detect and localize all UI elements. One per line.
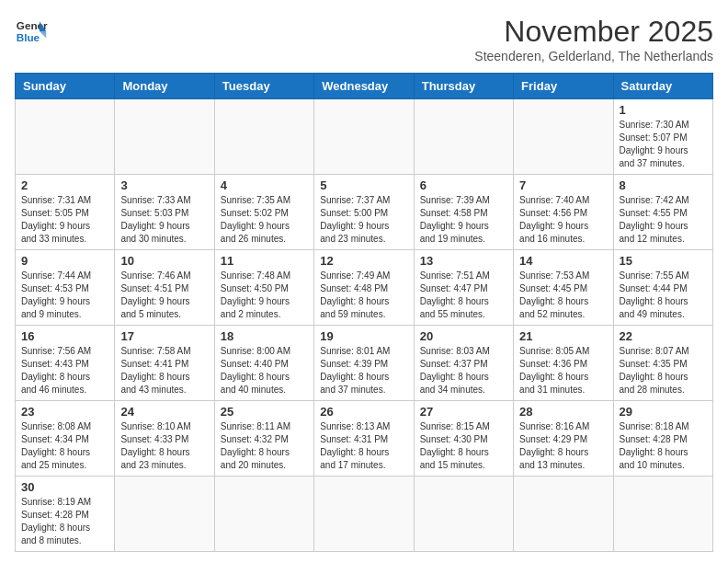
day-info: Sunrise: 7:48 AM Sunset: 4:50 PM Dayligh… xyxy=(221,270,308,321)
day-info: Sunrise: 7:31 AM Sunset: 5:05 PM Dayligh… xyxy=(21,194,108,246)
calendar-cell: 27Sunrise: 8:15 AM Sunset: 4:30 PM Dayli… xyxy=(414,401,513,477)
day-number: 27 xyxy=(420,405,507,419)
calendar-cell: 3Sunrise: 7:33 AM Sunset: 5:03 PM Daylig… xyxy=(115,175,214,250)
day-number: 11 xyxy=(221,254,308,268)
weekday-header-wednesday: Wednesday xyxy=(314,74,414,99)
day-info: Sunrise: 7:30 AM Sunset: 5:07 PM Dayligh… xyxy=(620,119,707,170)
calendar-cell xyxy=(314,99,414,175)
day-number: 4 xyxy=(221,178,308,192)
day-number: 9 xyxy=(21,254,108,268)
logo: General Blue xyxy=(15,15,48,48)
week-row-1: 1Sunrise: 7:30 AM Sunset: 5:07 PM Daylig… xyxy=(16,99,713,175)
month-title: November 2025 xyxy=(474,15,713,49)
calendar-cell xyxy=(115,477,214,552)
header: General Blue November 2025 Steenderen, G… xyxy=(15,15,713,63)
calendar-cell xyxy=(115,99,214,175)
day-number: 7 xyxy=(519,178,607,192)
day-number: 30 xyxy=(21,480,108,494)
calendar-cell: 23Sunrise: 8:08 AM Sunset: 4:34 PM Dayli… xyxy=(16,401,115,477)
day-info: Sunrise: 8:11 AM Sunset: 4:32 PM Dayligh… xyxy=(221,420,308,472)
day-info: Sunrise: 7:33 AM Sunset: 5:03 PM Dayligh… xyxy=(120,194,208,246)
week-row-2: 2Sunrise: 7:31 AM Sunset: 5:05 PM Daylig… xyxy=(16,175,713,250)
day-number: 23 xyxy=(21,405,108,419)
calendar-cell xyxy=(214,477,313,552)
day-info: Sunrise: 7:55 AM Sunset: 4:44 PM Dayligh… xyxy=(620,270,707,321)
day-number: 2 xyxy=(21,178,108,192)
day-info: Sunrise: 7:56 AM Sunset: 4:43 PM Dayligh… xyxy=(21,345,108,396)
calendar-cell: 19Sunrise: 8:01 AM Sunset: 4:39 PM Dayli… xyxy=(314,326,414,401)
title-area: November 2025 Steenderen, Gelderland, Th… xyxy=(474,15,713,63)
day-number: 18 xyxy=(221,329,308,343)
day-info: Sunrise: 7:49 AM Sunset: 4:48 PM Dayligh… xyxy=(320,270,407,321)
weekday-header-saturday: Saturday xyxy=(613,74,712,99)
calendar-cell: 24Sunrise: 8:10 AM Sunset: 4:33 PM Dayli… xyxy=(115,401,214,477)
day-info: Sunrise: 7:39 AM Sunset: 4:58 PM Dayligh… xyxy=(420,194,507,246)
day-info: Sunrise: 8:10 AM Sunset: 4:33 PM Dayligh… xyxy=(120,420,208,472)
calendar-cell: 25Sunrise: 8:11 AM Sunset: 4:32 PM Dayli… xyxy=(214,401,313,477)
calendar-cell: 29Sunrise: 8:18 AM Sunset: 4:28 PM Dayli… xyxy=(613,401,712,477)
weekday-header-sunday: Sunday xyxy=(16,74,115,99)
calendar-cell: 7Sunrise: 7:40 AM Sunset: 4:56 PM Daylig… xyxy=(514,175,613,250)
day-info: Sunrise: 8:08 AM Sunset: 4:34 PM Dayligh… xyxy=(21,420,108,472)
calendar-cell: 14Sunrise: 7:53 AM Sunset: 4:45 PM Dayli… xyxy=(514,250,613,326)
day-info: Sunrise: 7:58 AM Sunset: 4:41 PM Dayligh… xyxy=(120,345,208,396)
day-info: Sunrise: 7:46 AM Sunset: 4:51 PM Dayligh… xyxy=(120,270,208,321)
day-info: Sunrise: 7:35 AM Sunset: 5:02 PM Dayligh… xyxy=(221,194,308,246)
day-info: Sunrise: 8:18 AM Sunset: 4:28 PM Dayligh… xyxy=(620,420,707,472)
day-number: 1 xyxy=(620,103,707,117)
svg-text:Blue: Blue xyxy=(17,31,40,43)
calendar-cell: 30Sunrise: 8:19 AM Sunset: 4:28 PM Dayli… xyxy=(16,477,115,552)
day-number: 6 xyxy=(420,178,507,192)
calendar-cell: 13Sunrise: 7:51 AM Sunset: 4:47 PM Dayli… xyxy=(414,250,513,326)
calendar-cell xyxy=(16,99,115,175)
calendar-cell: 20Sunrise: 8:03 AM Sunset: 4:37 PM Dayli… xyxy=(414,326,513,401)
calendar-cell: 1Sunrise: 7:30 AM Sunset: 5:07 PM Daylig… xyxy=(613,99,712,175)
week-row-3: 9Sunrise: 7:44 AM Sunset: 4:53 PM Daylig… xyxy=(16,250,713,326)
calendar-cell: 11Sunrise: 7:48 AM Sunset: 4:50 PM Dayli… xyxy=(214,250,313,326)
day-number: 24 xyxy=(120,405,208,419)
calendar-cell: 18Sunrise: 8:00 AM Sunset: 4:40 PM Dayli… xyxy=(214,326,313,401)
calendar-cell: 5Sunrise: 7:37 AM Sunset: 5:00 PM Daylig… xyxy=(314,175,414,250)
calendar-cell: 17Sunrise: 7:58 AM Sunset: 4:41 PM Dayli… xyxy=(115,326,214,401)
day-number: 22 xyxy=(620,329,707,343)
day-info: Sunrise: 8:13 AM Sunset: 4:31 PM Dayligh… xyxy=(320,420,407,472)
day-number: 17 xyxy=(120,329,208,343)
day-info: Sunrise: 7:44 AM Sunset: 4:53 PM Dayligh… xyxy=(21,270,108,321)
calendar: SundayMondayTuesdayWednesdayThursdayFrid… xyxy=(15,73,713,552)
day-number: 20 xyxy=(420,329,507,343)
calendar-cell: 8Sunrise: 7:42 AM Sunset: 4:55 PM Daylig… xyxy=(613,175,712,250)
weekday-header-friday: Friday xyxy=(514,74,613,99)
logo-icon: General Blue xyxy=(15,15,48,48)
weekday-header-thursday: Thursday xyxy=(414,74,513,99)
week-row-4: 16Sunrise: 7:56 AM Sunset: 4:43 PM Dayli… xyxy=(16,326,713,401)
day-info: Sunrise: 8:15 AM Sunset: 4:30 PM Dayligh… xyxy=(420,420,507,472)
calendar-cell xyxy=(214,99,313,175)
day-number: 14 xyxy=(519,254,607,268)
calendar-cell: 15Sunrise: 7:55 AM Sunset: 4:44 PM Dayli… xyxy=(613,250,712,326)
day-number: 25 xyxy=(221,405,308,419)
day-number: 19 xyxy=(320,329,407,343)
day-info: Sunrise: 7:53 AM Sunset: 4:45 PM Dayligh… xyxy=(519,270,607,321)
day-number: 13 xyxy=(420,254,507,268)
calendar-cell: 16Sunrise: 7:56 AM Sunset: 4:43 PM Dayli… xyxy=(16,326,115,401)
day-info: Sunrise: 8:07 AM Sunset: 4:35 PM Dayligh… xyxy=(620,345,707,396)
day-info: Sunrise: 8:19 AM Sunset: 4:28 PM Dayligh… xyxy=(21,496,108,547)
week-row-6: 30Sunrise: 8:19 AM Sunset: 4:28 PM Dayli… xyxy=(16,477,713,552)
calendar-cell xyxy=(414,99,513,175)
calendar-cell: 6Sunrise: 7:39 AM Sunset: 4:58 PM Daylig… xyxy=(414,175,513,250)
day-number: 26 xyxy=(320,405,407,419)
week-row-5: 23Sunrise: 8:08 AM Sunset: 4:34 PM Dayli… xyxy=(16,401,713,477)
svg-marker-3 xyxy=(40,31,46,38)
day-number: 5 xyxy=(320,178,407,192)
day-number: 29 xyxy=(620,405,707,419)
day-info: Sunrise: 8:00 AM Sunset: 4:40 PM Dayligh… xyxy=(221,345,308,396)
day-number: 8 xyxy=(620,178,707,192)
day-number: 16 xyxy=(21,329,108,343)
calendar-cell: 10Sunrise: 7:46 AM Sunset: 4:51 PM Dayli… xyxy=(115,250,214,326)
calendar-cell: 12Sunrise: 7:49 AM Sunset: 4:48 PM Dayli… xyxy=(314,250,414,326)
calendar-cell xyxy=(613,477,712,552)
calendar-cell: 28Sunrise: 8:16 AM Sunset: 4:29 PM Dayli… xyxy=(514,401,613,477)
day-number: 3 xyxy=(120,178,208,192)
calendar-cell: 21Sunrise: 8:05 AM Sunset: 4:36 PM Dayli… xyxy=(514,326,613,401)
calendar-cell xyxy=(514,99,613,175)
